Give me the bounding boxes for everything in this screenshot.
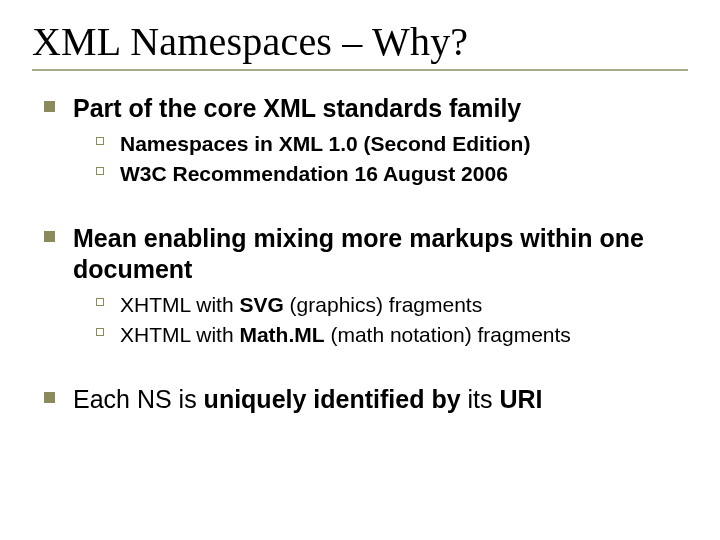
bullet-level1: Mean enabling mixing more markups within… — [44, 223, 688, 286]
bullet-level2: XHTML with Math.ML (math notation) fragm… — [96, 321, 688, 348]
bullet-text: XHTML with Math.ML (math notation) fragm… — [120, 321, 571, 348]
square-bullet-icon — [44, 392, 55, 403]
slide: XML Namespaces – Why? Part of the core X… — [0, 0, 720, 540]
bullet-text: Namespaces in XML 1.0 (Second Edition) — [120, 130, 530, 157]
hollow-square-bullet-icon — [96, 137, 104, 145]
bullet-level2: W3C Recommendation 16 August 2006 — [96, 160, 688, 187]
hollow-square-bullet-icon — [96, 167, 104, 175]
square-bullet-icon — [44, 101, 55, 112]
bullet-level1: Part of the core XML standards family — [44, 93, 688, 124]
hollow-square-bullet-icon — [96, 298, 104, 306]
bullet-list: Part of the core XML standards familyNam… — [32, 93, 688, 415]
bullet-level2: XHTML with SVG (graphics) fragments — [96, 291, 688, 318]
bullet-text: Part of the core XML standards family — [73, 93, 521, 124]
sub-list: XHTML with SVG (graphics) fragmentsXHTML… — [96, 291, 688, 348]
bullet-text: W3C Recommendation 16 August 2006 — [120, 160, 508, 187]
bullet-text: XHTML with SVG (graphics) fragments — [120, 291, 482, 318]
square-bullet-icon — [44, 231, 55, 242]
bullet-level2: Namespaces in XML 1.0 (Second Edition) — [96, 130, 688, 157]
hollow-square-bullet-icon — [96, 328, 104, 336]
bullet-text: Mean enabling mixing more markups within… — [73, 223, 688, 286]
sub-list: Namespaces in XML 1.0 (Second Edition)W3… — [96, 130, 688, 187]
title-rule — [32, 69, 688, 71]
bullet-level1: Each NS is uniquely identified by its UR… — [44, 384, 688, 415]
slide-title: XML Namespaces – Why? — [32, 18, 688, 65]
bullet-text: Each NS is uniquely identified by its UR… — [73, 384, 543, 415]
